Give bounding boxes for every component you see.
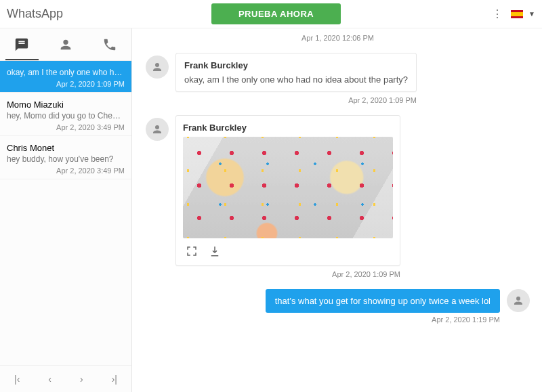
message-sender: Frank Burckley bbox=[183, 123, 393, 133]
avatar[interactable] bbox=[507, 289, 530, 312]
kebab-menu-icon[interactable]: ⋮ bbox=[489, 7, 505, 20]
previous-timestamp: Apr 1, 2020 12:06 PM bbox=[146, 34, 530, 42]
pager-prev-icon[interactable]: ‹ bbox=[48, 374, 51, 385]
chat-time: Apr 2, 2020 1:09 PM bbox=[7, 80, 125, 88]
message-column: that's what you get for showing up only … bbox=[266, 289, 500, 324]
chat-name: Chris Monet bbox=[7, 143, 125, 153]
tab-chats[interactable] bbox=[0, 28, 44, 60]
attached-image[interactable] bbox=[183, 137, 393, 238]
expand-icon[interactable] bbox=[186, 245, 198, 257]
person-icon bbox=[151, 61, 163, 73]
message-bubble: Frank Burckley okay, am I the only one w… bbox=[175, 53, 417, 92]
pager-last-icon[interactable]: ›| bbox=[112, 374, 117, 385]
chat-preview: hey buddy, how you've been? bbox=[7, 154, 125, 164]
chat-list-item[interactable]: Momo Miazuki hey, Momo did you go to Che… bbox=[0, 93, 131, 136]
download-icon[interactable] bbox=[209, 245, 221, 257]
header-right: ⋮ ▼ bbox=[489, 7, 535, 20]
message-time: Apr 2, 2020 1:19 PM bbox=[266, 315, 500, 324]
person-icon bbox=[58, 37, 73, 52]
app-body: okay, am I the only one who had no i... … bbox=[0, 28, 542, 392]
tab-calls[interactable] bbox=[87, 28, 131, 60]
person-icon bbox=[512, 295, 524, 307]
top-header: WhatsApp PRUEBA AHORA ⋮ ▼ bbox=[0, 0, 542, 28]
image-message-bubble: Frank Burckley bbox=[175, 115, 400, 266]
phone-icon bbox=[102, 37, 117, 52]
message-row: Frank Burckley okay, am I the only one w… bbox=[146, 53, 530, 104]
app-title: WhatsApp bbox=[7, 7, 63, 21]
message-text: okay, am I the only one who had no idea … bbox=[184, 74, 408, 85]
message-time: Apr 2, 2020 1:09 PM bbox=[175, 96, 417, 104]
outgoing-bubble: that's what you get for showing up only … bbox=[266, 289, 500, 313]
chat-name: Momo Miazuki bbox=[7, 100, 125, 110]
chat-time: Apr 2, 2020 3:49 PM bbox=[7, 123, 125, 131]
pager: |‹ ‹ › ›| bbox=[0, 365, 131, 392]
avatar[interactable] bbox=[146, 56, 169, 79]
chat-list: okay, am I the only one who had no i... … bbox=[0, 61, 131, 365]
chat-icon bbox=[14, 37, 29, 52]
message-column: Frank Burckley Apr 2, 2020 1:09 PM bbox=[175, 115, 400, 278]
image-toolbar bbox=[183, 238, 393, 259]
chat-preview: okay, am I the only one who had no i... bbox=[7, 68, 125, 77]
message-row: Frank Burckley Apr 2, 2020 1:09 PM bbox=[146, 115, 530, 278]
sidebar: okay, am I the only one who had no i... … bbox=[0, 28, 132, 392]
chat-time: Apr 2, 2020 3:49 PM bbox=[7, 167, 125, 175]
pager-next-icon[interactable]: › bbox=[80, 374, 83, 385]
pager-first-icon[interactable]: |‹ bbox=[14, 374, 20, 385]
chevron-down-icon[interactable]: ▼ bbox=[528, 10, 535, 18]
chat-list-item[interactable]: okay, am I the only one who had no i... … bbox=[0, 61, 131, 93]
flag-icon[interactable] bbox=[511, 10, 523, 18]
avatar[interactable] bbox=[146, 118, 169, 141]
sidebar-tabs bbox=[0, 28, 131, 61]
chat-list-item[interactable]: Chris Monet hey buddy, how you've been? … bbox=[0, 136, 131, 179]
person-icon bbox=[151, 123, 163, 135]
message-sender: Frank Burckley bbox=[184, 60, 408, 70]
message-column: Frank Burckley okay, am I the only one w… bbox=[175, 53, 417, 104]
try-now-button[interactable]: PRUEBA AHORA bbox=[211, 3, 341, 24]
message-row-outgoing: that's what you get for showing up only … bbox=[146, 289, 530, 324]
chat-preview: hey, Momo did you go to Chemistry ... bbox=[7, 111, 125, 121]
conversation-pane[interactable]: Apr 1, 2020 12:06 PM Frank Burckley okay… bbox=[132, 28, 542, 392]
message-time: Apr 2, 2020 1:09 PM bbox=[175, 270, 400, 278]
header-center: PRUEBA AHORA bbox=[63, 3, 489, 24]
tab-contacts[interactable] bbox=[44, 28, 88, 60]
